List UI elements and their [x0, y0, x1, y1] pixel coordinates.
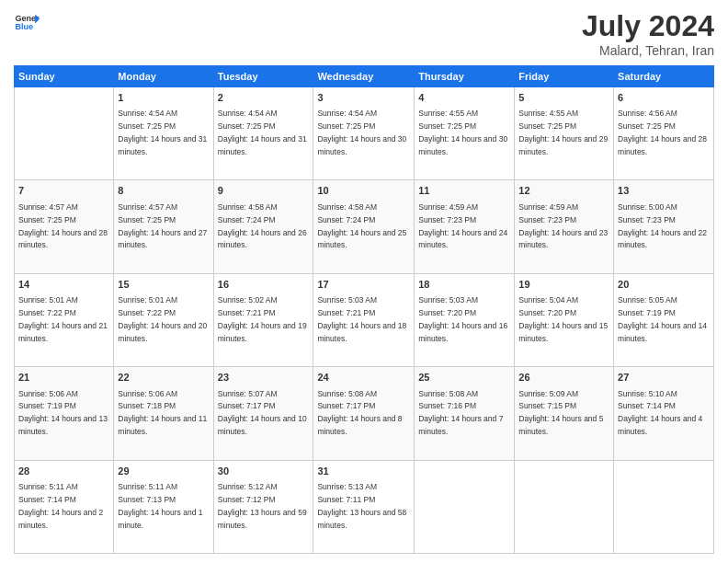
- cell-info: Sunrise: 5:11 AMSunset: 7:13 PMDaylight:…: [118, 482, 202, 530]
- date-number: 13: [618, 184, 710, 198]
- cell-info: Sunrise: 4:59 AMSunset: 7:23 PMDaylight:…: [518, 202, 608, 250]
- date-number: 7: [18, 184, 109, 198]
- cell-info: Sunrise: 4:56 AMSunset: 7:25 PMDaylight:…: [618, 109, 707, 156]
- calendar-cell: 24Sunrise: 5:08 AMSunset: 7:17 PMDayligh…: [313, 367, 415, 460]
- calendar-week-row: 28Sunrise: 5:11 AMSunset: 7:14 PMDayligh…: [15, 460, 714, 553]
- calendar-cell: [415, 460, 515, 553]
- cell-info: Sunrise: 4:57 AMSunset: 7:25 PMDaylight:…: [18, 202, 108, 250]
- calendar-cell: [614, 460, 714, 553]
- calendar-cell: 18Sunrise: 5:03 AMSunset: 7:20 PMDayligh…: [415, 273, 515, 366]
- cell-info: Sunrise: 5:03 AMSunset: 7:21 PMDaylight:…: [317, 295, 406, 343]
- calendar-cell: 12Sunrise: 4:59 AMSunset: 7:23 PMDayligh…: [515, 180, 614, 273]
- cell-info: Sunrise: 4:59 AMSunset: 7:23 PMDaylight:…: [418, 202, 507, 250]
- logo: General Blue: [14, 9, 40, 35]
- calendar-week-row: 1Sunrise: 4:54 AMSunset: 7:25 PMDaylight…: [15, 87, 714, 180]
- cell-info: Sunrise: 5:08 AMSunset: 7:16 PMDaylight:…: [418, 389, 503, 437]
- cell-info: Sunrise: 5:00 AMSunset: 7:23 PMDaylight:…: [618, 202, 707, 250]
- calendar-cell: 4Sunrise: 4:55 AMSunset: 7:25 PMDaylight…: [415, 87, 515, 180]
- weekday-header: Monday: [114, 66, 213, 87]
- cell-info: Sunrise: 5:10 AMSunset: 7:14 PMDaylight:…: [618, 389, 702, 437]
- cell-info: Sunrise: 5:13 AMSunset: 7:11 PMDaylight:…: [317, 482, 406, 530]
- calendar-week-row: 14Sunrise: 5:01 AMSunset: 7:22 PMDayligh…: [15, 273, 714, 366]
- date-number: 19: [518, 278, 609, 292]
- cell-info: Sunrise: 5:05 AMSunset: 7:19 PMDaylight:…: [618, 295, 707, 343]
- calendar-cell: 13Sunrise: 5:00 AMSunset: 7:23 PMDayligh…: [614, 180, 714, 273]
- calendar-cell: 17Sunrise: 5:03 AMSunset: 7:21 PMDayligh…: [313, 273, 415, 366]
- cell-info: Sunrise: 4:55 AMSunset: 7:25 PMDaylight:…: [418, 109, 507, 156]
- date-number: 14: [18, 278, 109, 292]
- date-number: 17: [317, 278, 410, 292]
- date-number: 24: [317, 371, 410, 385]
- weekday-header: Saturday: [614, 66, 714, 87]
- cell-info: Sunrise: 5:01 AMSunset: 7:22 PMDaylight:…: [118, 295, 207, 343]
- date-number: 11: [418, 184, 510, 198]
- calendar-cell: 14Sunrise: 5:01 AMSunset: 7:22 PMDayligh…: [15, 273, 114, 366]
- date-number: 29: [118, 465, 209, 478]
- date-number: 21: [18, 371, 109, 385]
- calendar-cell: [15, 87, 114, 180]
- title-block: July 2024 Malard, Tehran, Iran: [582, 9, 714, 58]
- calendar-cell: 25Sunrise: 5:08 AMSunset: 7:16 PMDayligh…: [415, 367, 515, 460]
- calendar-cell: [515, 460, 614, 553]
- calendar-table: SundayMondayTuesdayWednesdayThursdayFrid…: [14, 65, 714, 554]
- cell-info: Sunrise: 4:58 AMSunset: 7:24 PMDaylight:…: [317, 202, 406, 250]
- page: General Blue July 2024 Malard, Tehran, I…: [0, 0, 728, 563]
- cell-info: Sunrise: 5:09 AMSunset: 7:15 PMDaylight:…: [518, 389, 603, 437]
- calendar-cell: 19Sunrise: 5:04 AMSunset: 7:20 PMDayligh…: [515, 273, 614, 366]
- date-number: 2: [218, 91, 310, 105]
- calendar-cell: 26Sunrise: 5:09 AMSunset: 7:15 PMDayligh…: [515, 367, 614, 460]
- date-number: 22: [118, 371, 209, 385]
- calendar-cell: 21Sunrise: 5:06 AMSunset: 7:19 PMDayligh…: [15, 367, 114, 460]
- month-title: July 2024: [582, 9, 714, 43]
- cell-info: Sunrise: 4:55 AMSunset: 7:25 PMDaylight:…: [518, 109, 608, 156]
- calendar-cell: 1Sunrise: 4:54 AMSunset: 7:25 PMDaylight…: [114, 87, 213, 180]
- date-number: 23: [218, 371, 310, 385]
- calendar-cell: 16Sunrise: 5:02 AMSunset: 7:21 PMDayligh…: [213, 273, 313, 366]
- date-number: 16: [218, 278, 310, 292]
- svg-text:Blue: Blue: [15, 22, 33, 31]
- cell-info: Sunrise: 5:07 AMSunset: 7:17 PMDaylight:…: [218, 389, 307, 437]
- date-number: 25: [418, 371, 510, 385]
- calendar-cell: 2Sunrise: 4:54 AMSunset: 7:25 PMDaylight…: [213, 87, 313, 180]
- cell-info: Sunrise: 5:06 AMSunset: 7:19 PMDaylight:…: [18, 389, 108, 437]
- weekday-header: Thursday: [415, 66, 515, 87]
- cell-info: Sunrise: 5:03 AMSunset: 7:20 PMDaylight:…: [418, 295, 507, 343]
- date-number: 8: [118, 184, 209, 198]
- date-number: 5: [518, 91, 609, 105]
- calendar-cell: 28Sunrise: 5:11 AMSunset: 7:14 PMDayligh…: [15, 460, 114, 553]
- calendar-cell: 20Sunrise: 5:05 AMSunset: 7:19 PMDayligh…: [614, 273, 714, 366]
- date-number: 31: [317, 465, 410, 478]
- date-number: 3: [317, 91, 410, 105]
- cell-info: Sunrise: 4:58 AMSunset: 7:24 PMDaylight:…: [218, 202, 307, 250]
- calendar-cell: 15Sunrise: 5:01 AMSunset: 7:22 PMDayligh…: [114, 273, 213, 366]
- cell-info: Sunrise: 5:12 AMSunset: 7:12 PMDaylight:…: [218, 482, 307, 530]
- weekday-header: Friday: [515, 66, 614, 87]
- logo-icon: General Blue: [14, 9, 40, 35]
- weekday-header: Tuesday: [213, 66, 313, 87]
- calendar-cell: 23Sunrise: 5:07 AMSunset: 7:17 PMDayligh…: [213, 367, 313, 460]
- cell-info: Sunrise: 4:57 AMSunset: 7:25 PMDaylight:…: [118, 202, 207, 250]
- cell-info: Sunrise: 5:01 AMSunset: 7:22 PMDaylight:…: [18, 295, 108, 343]
- header: General Blue July 2024 Malard, Tehran, I…: [14, 9, 714, 58]
- cell-info: Sunrise: 5:04 AMSunset: 7:20 PMDaylight:…: [518, 295, 608, 343]
- calendar-cell: 27Sunrise: 5:10 AMSunset: 7:14 PMDayligh…: [614, 367, 714, 460]
- calendar-cell: 22Sunrise: 5:06 AMSunset: 7:18 PMDayligh…: [114, 367, 213, 460]
- cell-info: Sunrise: 5:02 AMSunset: 7:21 PMDaylight:…: [218, 295, 307, 343]
- calendar-cell: 11Sunrise: 4:59 AMSunset: 7:23 PMDayligh…: [415, 180, 515, 273]
- calendar-cell: 5Sunrise: 4:55 AMSunset: 7:25 PMDaylight…: [515, 87, 614, 180]
- calendar-cell: 3Sunrise: 4:54 AMSunset: 7:25 PMDaylight…: [313, 87, 415, 180]
- calendar-cell: 8Sunrise: 4:57 AMSunset: 7:25 PMDaylight…: [114, 180, 213, 273]
- calendar-cell: 9Sunrise: 4:58 AMSunset: 7:24 PMDaylight…: [213, 180, 313, 273]
- cell-info: Sunrise: 4:54 AMSunset: 7:25 PMDaylight:…: [218, 109, 307, 156]
- date-number: 4: [418, 91, 510, 105]
- date-number: 10: [317, 184, 410, 198]
- calendar-week-row: 21Sunrise: 5:06 AMSunset: 7:19 PMDayligh…: [15, 367, 714, 460]
- calendar-cell: 7Sunrise: 4:57 AMSunset: 7:25 PMDaylight…: [15, 180, 114, 273]
- date-number: 18: [418, 278, 510, 292]
- date-number: 30: [218, 465, 310, 478]
- date-number: 27: [618, 371, 710, 385]
- header-row: SundayMondayTuesdayWednesdayThursdayFrid…: [15, 66, 714, 87]
- cell-info: Sunrise: 5:06 AMSunset: 7:18 PMDaylight:…: [118, 389, 207, 437]
- location: Malard, Tehran, Iran: [582, 43, 714, 58]
- date-number: 9: [218, 184, 310, 198]
